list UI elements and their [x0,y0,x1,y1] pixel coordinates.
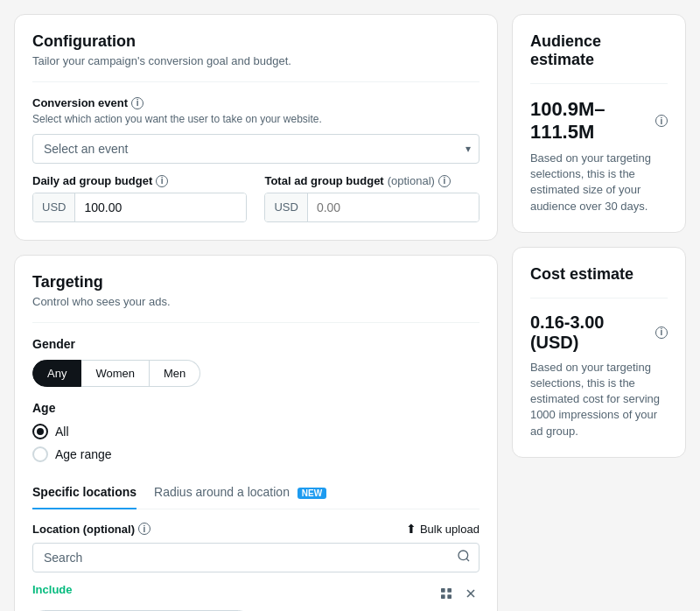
svg-rect-2 [441,588,445,593]
audience-estimate-value: 100.9M–111.5M i [530,98,668,144]
search-icon [457,549,471,566]
include-row: Include [32,583,480,603]
targeting-subtitle: Control who sees your ads. [32,295,480,308]
budget-row: Daily ad group budget i USD Total ad gro… [32,174,480,222]
location-tabs: Specific locations Radius around a locat… [32,476,480,509]
bulk-upload-button[interactable]: ⬆ Bulk upload [406,522,480,536]
total-budget-currency: USD [265,193,307,221]
location-info-icon[interactable]: i [138,523,150,535]
daily-budget-input-group: USD [32,193,247,222]
page-wrapper: Configuration Tailor your campaign's con… [14,14,686,611]
svg-line-1 [466,558,469,561]
daily-budget-info-icon[interactable]: i [156,175,168,187]
tab-radius-label: Radius around a location [154,485,290,499]
cost-estimate-info-icon[interactable]: i [655,327,668,339]
daily-budget-field: Daily ad group budget i USD [32,174,247,222]
configuration-card: Configuration Tailor your campaign's con… [14,14,498,241]
audience-estimate-info-icon[interactable]: i [655,115,668,127]
gender-men-button[interactable]: Men [150,360,200,387]
location-close-button[interactable] [462,585,480,602]
tab-radius-location[interactable]: Radius around a location NEW [154,476,326,509]
total-budget-input-group: USD [264,193,479,222]
location-label: Location (optional) i [32,523,150,536]
svg-rect-3 [447,588,452,593]
include-actions [438,585,480,602]
age-range-radio[interactable] [32,446,48,462]
cost-estimate-desc: Based on your targeting selections, this… [530,360,668,439]
cost-estimate-card: Cost estimate 0.16-3.00 (USD) i Based on… [512,247,686,458]
age-range-label: Age range [55,447,112,461]
conversion-event-select-wrapper: Select an event ▾ [32,134,480,164]
tab-specific-locations-label: Specific locations [32,485,136,499]
daily-budget-label: Daily ad group budget i [32,174,247,187]
age-all-label: All [55,425,69,439]
right-panel: Audience estimate 100.9M–111.5M i Based … [512,14,686,611]
cost-estimate-title: Cost estimate [530,265,668,284]
conversion-event-label: Conversion event i [32,96,480,109]
tab-specific-locations[interactable]: Specific locations [32,476,136,509]
age-range-option[interactable]: Age range [32,446,480,462]
conversion-event-sublabel: Select which action you want the user to… [32,113,480,125]
gender-women-button[interactable]: Women [81,360,150,387]
total-budget-label: Total ad group budget (optional) i [264,174,479,187]
age-section: Age All Age range [32,401,480,462]
audience-estimate-desc: Based on your targeting selections, this… [530,151,668,214]
location-grid-icon-button[interactable] [438,585,455,602]
location-search-box [32,543,480,572]
location-header: Location (optional) i ⬆ Bulk upload [32,522,480,536]
configuration-subtitle: Tailor your campaign's conversion goal a… [32,54,480,67]
total-budget-input[interactable] [308,193,479,221]
age-all-option[interactable]: All [32,424,480,439]
targeting-title: Targeting [32,273,480,291]
gender-button-group: Any Women Men [32,360,480,387]
location-search-input[interactable] [32,543,480,572]
daily-budget-currency: USD [33,193,75,221]
audience-estimate-card: Audience estimate 100.9M–111.5M i Based … [512,14,686,233]
total-budget-field: Total ad group budget (optional) i USD [264,174,479,222]
conversion-event-select[interactable]: Select an event [32,134,480,164]
gender-label: Gender [32,337,480,351]
age-all-radio[interactable] [32,424,48,439]
daily-budget-input[interactable] [75,193,246,221]
gender-any-button[interactable]: Any [32,360,81,387]
svg-point-0 [458,551,468,560]
audience-estimate-title: Audience estimate [530,32,668,69]
tab-radius-badge: NEW [298,488,326,499]
svg-rect-5 [447,594,452,599]
targeting-card: Targeting Control who sees your ads. Gen… [14,255,498,611]
configuration-title: Configuration [32,32,480,51]
cost-estimate-value: 0.16-3.00 (USD) i [530,313,668,353]
gender-section: Gender Any Women Men [32,337,480,387]
conversion-event-info-icon[interactable]: i [131,97,144,109]
left-panel: Configuration Tailor your campaign's con… [14,14,498,611]
total-budget-info-icon[interactable]: i [438,175,451,187]
include-label: Include [32,583,73,596]
svg-rect-4 [441,594,445,599]
upload-icon: ⬆ [406,522,416,536]
age-label: Age [32,401,480,415]
